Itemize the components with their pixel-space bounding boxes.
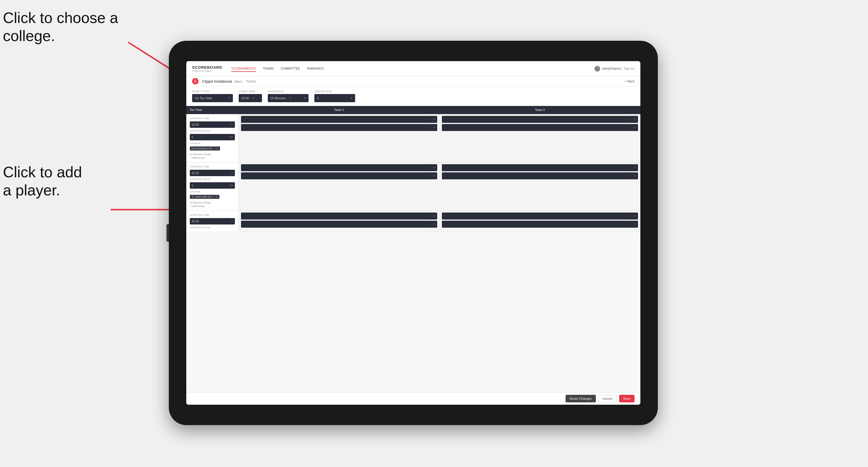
team2-cell-1: × ▼ × ▼ [439, 114, 640, 162]
reset-button[interactable]: Reset Changes [565, 395, 596, 402]
slot-info-2: STARTING TIME: 10:10 ⏱ STARTING HOLE: 1 … [186, 162, 239, 211]
add-group-link-1[interactable]: + Add Group [190, 156, 235, 159]
user-avatar [594, 66, 600, 72]
course-label-1: COURSE: [190, 142, 235, 145]
group-size-label: Group Size [314, 90, 355, 93]
player-row-2-2[interactable]: × ▼ [442, 124, 638, 131]
player-x-6-2[interactable]: × [631, 223, 632, 226]
player-row-4-2[interactable]: × ▼ [442, 173, 638, 179]
starting-hole-label-2: STARTING HOLE: [190, 178, 235, 181]
player-chevron-5-2[interactable]: ▼ [433, 223, 435, 226]
player-chevron-1-1[interactable]: ▼ [433, 118, 435, 121]
intervals-label: Intervals [268, 90, 309, 93]
back-button[interactable]: < Back [625, 80, 634, 83]
start-type-label: Start Type [192, 90, 233, 93]
player-row-4-1[interactable]: × ▼ [442, 164, 638, 171]
starting-hole-input-1[interactable]: 1 ⬆⬇ [190, 134, 235, 140]
player-chevron-2-2[interactable]: ▼ [634, 126, 636, 129]
player-x-4-2[interactable]: × [631, 175, 632, 177]
side-notch [166, 224, 169, 242]
annotation-choose-college: Click to choose a college. [3, 9, 118, 45]
player-chevron-4-1[interactable]: ▼ [634, 166, 636, 169]
clippd-logo: C [192, 78, 198, 85]
player-x-5-2[interactable]: × [430, 223, 432, 226]
remove-group-link-1[interactable]: ⊖ Remove Group [190, 153, 235, 156]
course-tag-2[interactable]: 🏌 East Lake GC × ▼ [190, 195, 219, 199]
sign-out-link[interactable]: Sign out [624, 67, 634, 70]
group-size-select[interactable]: 3 ▼ [314, 94, 355, 102]
player-x-6-1[interactable]: × [631, 215, 632, 217]
player-row-2-1[interactable]: × ▼ [442, 116, 638, 123]
starting-time-input-2[interactable]: 10:10 ⏱ [190, 170, 235, 176]
starting-time-label-2: STARTING TIME: [190, 165, 235, 168]
cancel-button[interactable]: Cancel [598, 395, 617, 402]
player-row-6-1[interactable]: × ▼ [442, 213, 638, 220]
start-type-group: Start Type 1st Tee Start ▼ [192, 90, 233, 102]
slot-info-3: STARTING TIME: 10:20 ⏱ STARTING HOLE: [186, 211, 239, 232]
player-chevron-1-2[interactable]: ▼ [433, 126, 435, 129]
starting-hole-input-2[interactable]: 1 ⬆⬇ [190, 182, 235, 189]
player-x-1-1[interactable]: × [430, 118, 432, 121]
remove-course-2[interactable]: × [213, 196, 215, 198]
time-icon-2: ⏱ [231, 172, 233, 175]
starting-time-label-1: STARTING TIME: [190, 117, 235, 120]
time-slot-3: STARTING TIME: 10:20 ⏱ STARTING HOLE: × … [186, 211, 640, 232]
player-chevron-4-2[interactable]: ▼ [634, 175, 636, 177]
time-icon-1: ⏱ [231, 123, 233, 126]
player-chevron-5-1[interactable]: ▼ [433, 215, 435, 217]
sub-header: C Clippd Invitational (Men) Hosting < Ba… [186, 76, 640, 87]
player-row-5-2[interactable]: × ▼ [241, 221, 437, 228]
brand-name: SCOREBOARD [192, 65, 222, 70]
player-x-3-2[interactable]: × [430, 175, 432, 177]
player-chevron-2-1[interactable]: ▼ [634, 118, 636, 121]
content-area: Start Type 1st Tee Start ▼ Start Time 10… [186, 87, 640, 405]
player-row-5-1[interactable]: × ▼ [241, 213, 437, 220]
nav-committee[interactable]: COMMITTEE [281, 65, 300, 72]
starting-hole-label-3: STARTING HOLE: [190, 226, 235, 229]
remove-course-1[interactable]: × [214, 147, 215, 150]
start-type-select[interactable]: 1st Tee Start ▼ [192, 94, 233, 102]
starting-time-input-1[interactable]: 10:00 ⏱ [190, 121, 235, 128]
nav-teams[interactable]: TEAMS [263, 65, 274, 72]
player-row-3-2[interactable]: × ▼ [241, 173, 437, 179]
remove-group-link-2[interactable]: ⊖ Remove Group [190, 201, 235, 204]
action-links-2: ⊖ Remove Group + Add Group [190, 201, 235, 208]
start-time-input[interactable]: 10:00 ⏱ [239, 94, 262, 102]
add-group-link-2[interactable]: + Add Group [190, 205, 235, 208]
player-x-2-2[interactable]: × [631, 126, 632, 129]
player-row-1-2[interactable]: × ▼ [241, 124, 437, 131]
action-links-1: ⊖ Remove Group + Add Group [190, 153, 235, 159]
player-row-1-1[interactable]: × ▼ [241, 116, 437, 123]
player-x-2-1[interactable]: × [631, 118, 632, 121]
hosting-badge: Hosting [246, 80, 256, 83]
hole-arrows-2: ⬆⬇ [229, 184, 233, 187]
th-team2: Team 2 [439, 106, 640, 114]
save-button[interactable]: Save [619, 395, 634, 402]
player-chevron-6-1[interactable]: ▼ [634, 215, 636, 217]
starting-time-input-3[interactable]: 10:20 ⏱ [190, 218, 235, 224]
form-header: Start Type 1st Tee Start ▼ Start Time 10… [186, 87, 640, 106]
player-x-4-1[interactable]: × [631, 166, 632, 169]
player-row-6-2[interactable]: × ▼ [442, 221, 638, 228]
time-slot-2: STARTING TIME: 10:10 ⏱ STARTING HOLE: 1 … [186, 162, 640, 211]
tablet-screen: SCOREBOARD Powered by clippd TOURNAMENTS… [186, 61, 640, 405]
course-dropdown-2[interactable]: ▼ [215, 196, 218, 198]
course-tags-1: (A) Peachtree GC × ▼ [190, 147, 235, 151]
player-chevron-3-1[interactable]: ▼ [433, 166, 435, 169]
course-dropdown-1[interactable]: ▼ [216, 147, 218, 150]
player-chevron-3-2[interactable]: ▼ [433, 175, 435, 177]
nav-right: blair@clippd.io Sign out [594, 66, 634, 72]
player-x-1-2[interactable]: × [430, 126, 432, 129]
player-x-5-1[interactable]: × [430, 215, 432, 217]
starting-hole-label-1: STARTING HOLE: [190, 130, 235, 132]
player-row-3-1[interactable]: × ▼ [241, 164, 437, 171]
course-label-2: COURSE: [190, 190, 235, 193]
intervals-select[interactable]: 10 Minutes ⏱ ▼ [268, 94, 309, 102]
player-x-3-1[interactable]: × [430, 166, 432, 169]
course-tag-1[interactable]: (A) Peachtree GC × ▼ [190, 147, 220, 151]
nav-tournaments[interactable]: TOURNAMENTS [231, 65, 256, 72]
player-chevron-6-2[interactable]: ▼ [634, 223, 636, 226]
start-time-group: Start Time 10:00 ⏱ [239, 90, 262, 102]
nav-rankings[interactable]: RANKINGS [307, 65, 324, 72]
annotation-add-player: Click to add a player. [3, 163, 82, 199]
